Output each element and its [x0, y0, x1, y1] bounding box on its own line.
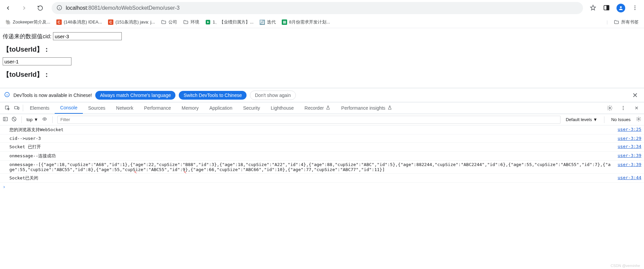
- tab-memory[interactable]: Memory: [176, 102, 204, 114]
- svg-point-6: [635, 9, 636, 10]
- tab-recorder[interactable]: Recorder: [299, 102, 336, 114]
- tab-lighthouse[interactable]: Lighthouse: [265, 102, 299, 114]
- infobar-text: DevTools is now available in Chinese!: [13, 93, 92, 98]
- tab-network[interactable]: Network: [111, 102, 139, 114]
- log-levels-selector[interactable]: Default levels ▼: [564, 117, 600, 122]
- console-toolbar: top ▼ Default levels ▼ No Issues: [0, 114, 644, 125]
- inspect-element-icon[interactable]: [3, 103, 12, 113]
- iterate-icon: 🔄: [260, 19, 265, 25]
- toggle-sidebar-icon[interactable]: [3, 116, 8, 123]
- svg-point-4: [635, 5, 636, 6]
- tab-security[interactable]: Security: [238, 102, 266, 114]
- log-message: onmessage--[{"age":18,"cupSize":"A68","i…: [9, 162, 611, 172]
- play-icon: [205, 19, 211, 25]
- log-message: Socket 已打开: [9, 144, 611, 150]
- tab-application[interactable]: Application: [204, 102, 238, 114]
- tab-performance[interactable]: Performance: [139, 102, 176, 114]
- flask-icon: [387, 105, 392, 111]
- tab-elements[interactable]: Elements: [24, 102, 55, 114]
- svg-point-19: [638, 118, 639, 120]
- log-source-link[interactable]: user-3:34: [611, 144, 641, 150]
- flask-icon: [326, 105, 330, 111]
- bookmark-label: (151条消息) java: j...: [115, 19, 155, 25]
- log-source-link[interactable]: user-3:25: [611, 127, 641, 133]
- issues-counter[interactable]: No Issues: [609, 117, 633, 122]
- log-row: 您的浏览器支持WebSocketuser-3:25: [0, 125, 644, 134]
- side-panel-icon[interactable]: [603, 4, 610, 12]
- bookmark-item[interactable]: 🔄迭代: [260, 19, 276, 25]
- console-prompt[interactable]: ›: [0, 183, 644, 191]
- divider: [23, 105, 23, 111]
- bookmark-item[interactable]: 环境: [183, 19, 199, 25]
- bookmark-item[interactable]: C(151条消息) java: j...: [108, 19, 155, 25]
- switch-language-button[interactable]: Switch DevTools to Chinese: [179, 91, 247, 100]
- live-expression-icon[interactable]: [42, 117, 48, 122]
- forward-button[interactable]: [19, 3, 29, 13]
- bookmark-label: (148条消息) IDEA...: [64, 19, 102, 25]
- match-language-button[interactable]: Always match Chrome's language: [95, 91, 175, 100]
- console-filter-input[interactable]: [57, 116, 560, 124]
- profile-avatar-icon[interactable]: [616, 4, 625, 12]
- close-infobar-icon[interactable]: ✕: [632, 91, 640, 99]
- clear-console-icon[interactable]: [11, 116, 17, 123]
- address-bar[interactable]: localhost:8081/demo/toWebSocketDemo/user…: [52, 2, 583, 14]
- svg-point-18: [44, 118, 45, 120]
- menu-kebab-icon[interactable]: [632, 5, 638, 12]
- divider: |: [607, 19, 608, 24]
- divider: [604, 116, 604, 123]
- svg-rect-11: [18, 107, 19, 109]
- browser-toolbar: localhost:8081/demo/toWebSocketDemo/user…: [0, 0, 644, 16]
- bookmark-item[interactable]: C(148条消息) IDEA...: [56, 19, 102, 25]
- bookmark-label: 1、【业绩归属方】...: [213, 19, 254, 25]
- log-source-link[interactable]: user-3:44: [611, 175, 641, 181]
- bookmark-item[interactable]: ▦8月份需求开发计划...: [282, 19, 330, 25]
- bookmark-label: 迭代: [267, 19, 276, 25]
- svg-point-3: [620, 6, 622, 8]
- bookmark-item[interactable]: 公司: [161, 19, 177, 25]
- bookmarks-bar: 🐘Zookeeper简介及...C(148条消息) IDEA...C(151条消…: [0, 16, 644, 28]
- log-row: onmessage--[{"age":18,"cupSize":"A68","i…: [0, 161, 644, 174]
- bookmark-item[interactable]: 1、【业绩归属方】...: [205, 19, 254, 25]
- close-devtools-icon[interactable]: ✕: [632, 103, 641, 113]
- bookmark-star-icon[interactable]: [590, 4, 596, 12]
- folder-icon: [614, 19, 619, 25]
- toolbar-right: [590, 4, 641, 12]
- log-row: cid-->user-3user-3:29: [0, 134, 644, 143]
- log-source-link[interactable]: user-3:39: [611, 153, 641, 159]
- back-button[interactable]: [3, 3, 13, 13]
- svg-point-14: [623, 108, 624, 109]
- bookmark-label: 环境: [191, 19, 199, 25]
- touserid-input[interactable]: [3, 57, 71, 65]
- kebab-menu-icon[interactable]: [619, 103, 628, 113]
- log-source-link[interactable]: user-3:39: [611, 162, 641, 172]
- context-selector[interactable]: top ▼: [26, 117, 38, 122]
- console-settings-gear-icon[interactable]: [636, 116, 641, 123]
- device-toolbar-icon[interactable]: [12, 103, 21, 113]
- reload-button[interactable]: [36, 3, 45, 13]
- cid-input[interactable]: [53, 32, 122, 40]
- log-message: onmessage--连接成功: [9, 153, 611, 159]
- log-row: onmessage--连接成功user-3:39: [0, 152, 644, 161]
- folder-icon: [183, 19, 189, 25]
- settings-gear-icon[interactable]: [605, 103, 614, 113]
- svg-point-5: [635, 7, 636, 8]
- arrow-annotation-icon: ↖: [184, 169, 186, 174]
- svg-rect-2: [607, 5, 609, 10]
- touserid-heading-2: 【toUserId】：: [3, 70, 641, 79]
- info-icon: [4, 92, 10, 99]
- log-message: Socket已关闭: [9, 175, 611, 181]
- bookmark-item[interactable]: 🐘Zookeeper简介及...: [5, 19, 50, 25]
- divider: [21, 116, 22, 123]
- tab-console[interactable]: Console: [55, 102, 83, 114]
- all-bookmarks-button[interactable]: 所有书签: [614, 19, 639, 25]
- log-source-link[interactable]: user-3:29: [611, 136, 641, 141]
- devtools-infobar: DevTools is now available in Chinese! Al…: [0, 88, 644, 102]
- bookmark-label: 8月份需求开发计划...: [289, 19, 330, 25]
- dont-show-again-button[interactable]: Don't show again: [250, 91, 296, 100]
- tab-sources[interactable]: Sources: [83, 102, 111, 114]
- zookeeper-icon: 🐘: [5, 19, 11, 25]
- site-info-icon[interactable]: [56, 5, 62, 12]
- tab-performance-insights[interactable]: Performance insights: [336, 102, 397, 114]
- devtools-tabbar: ElementsConsoleSourcesNetworkPerformance…: [0, 102, 644, 114]
- arrow-annotation-icon: ↖: [134, 169, 137, 174]
